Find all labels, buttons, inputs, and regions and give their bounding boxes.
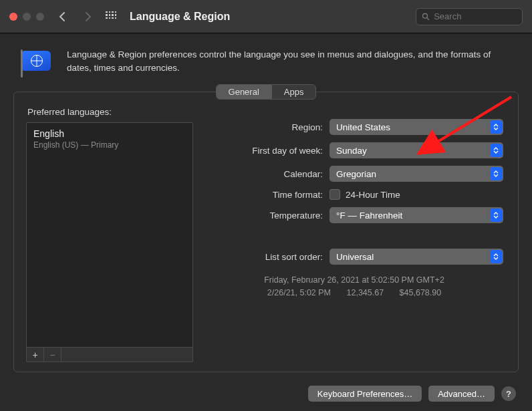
firstday-value: Sunday — [336, 146, 367, 156]
chevron-updown-icon — [490, 209, 502, 222]
preferred-languages-section: Preferred languages: English English (US… — [26, 106, 193, 362]
calendar-select[interactable]: Gregorian — [329, 166, 503, 182]
advanced-button[interactable]: Advanced… — [428, 386, 495, 402]
languages-list[interactable]: English English (US) — Primary — [26, 122, 193, 348]
preferred-languages-label: Preferred languages: — [27, 107, 193, 117]
description-row: Language & Region preferences control th… — [0, 33, 532, 82]
format-sample: Friday, February 26, 2021 at 5:02:50 PM … — [203, 274, 506, 300]
sample-line1: Friday, February 26, 2021 at 5:02:50 PM … — [203, 274, 506, 287]
timeformat-label: Time format: — [203, 190, 329, 200]
24hour-label: 24-Hour Time — [346, 190, 400, 200]
tab-general[interactable]: General — [217, 85, 271, 99]
listsort-value: Universal — [336, 252, 374, 262]
close-window-button[interactable] — [9, 13, 17, 21]
chevron-updown-icon — [490, 120, 502, 134]
region-value: United States — [336, 122, 390, 132]
minimize-window-button[interactable] — [23, 13, 31, 21]
search-input[interactable] — [434, 11, 517, 21]
titlebar: Language & Region — [0, 0, 532, 33]
list-footer: + − — [26, 348, 193, 362]
calendar-label: Calendar: — [203, 169, 329, 179]
region-label: Region: — [203, 122, 329, 132]
list-item[interactable]: English English (US) — Primary — [33, 128, 186, 150]
chevron-updown-icon — [490, 144, 502, 157]
bottom-button-row: Keyboard Preferences… Advanced… ? — [308, 386, 516, 402]
description-text: Language & Region preferences control th… — [67, 48, 495, 74]
language-subtitle: English (US) — Primary — [33, 140, 186, 150]
search-icon — [422, 12, 430, 21]
show-all-icon[interactable] — [106, 11, 116, 22]
temperature-label: Temperature: — [203, 211, 329, 221]
region-select[interactable]: United States — [329, 119, 503, 135]
temperature-select[interactable]: °F — Fahrenheit — [329, 207, 503, 223]
svg-line-1 — [427, 17, 429, 19]
main-panel: Preferred languages: English English (US… — [13, 92, 519, 372]
window-title: Language & Region — [130, 11, 230, 23]
keyboard-preferences-button[interactable]: Keyboard Preferences… — [308, 386, 422, 402]
sample-currency: $45,678.90 — [400, 288, 442, 297]
24hour-checkbox[interactable] — [329, 189, 340, 200]
chevron-updown-icon — [490, 250, 502, 263]
sample-number: 12,345.67 — [347, 288, 384, 297]
tabs: General Apps — [0, 84, 532, 100]
language-region-icon — [19, 49, 53, 75]
add-language-button[interactable]: + — [27, 348, 44, 362]
listsort-label: List sort order: — [203, 252, 329, 262]
listsort-select[interactable]: Universal — [329, 249, 503, 265]
search-field[interactable] — [416, 8, 523, 25]
sample-date: 2/26/21, 5:02 PM — [267, 288, 331, 297]
settings-form: Region: United States First day of week:… — [203, 106, 506, 362]
calendar-value: Gregorian — [336, 169, 376, 179]
chevron-updown-icon — [490, 167, 502, 180]
remove-language-button[interactable]: − — [44, 348, 61, 362]
forward-button[interactable] — [80, 9, 95, 25]
firstday-label: First day of week: — [203, 146, 329, 156]
back-button[interactable] — [55, 9, 70, 25]
help-button[interactable]: ? — [501, 386, 516, 401]
firstday-select[interactable]: Sunday — [329, 142, 503, 158]
tab-apps[interactable]: Apps — [271, 85, 316, 99]
temperature-value: °F — Fahrenheit — [336, 211, 402, 221]
window-controls — [9, 13, 44, 21]
language-name: English — [33, 128, 186, 139]
zoom-window-button[interactable] — [36, 13, 44, 21]
